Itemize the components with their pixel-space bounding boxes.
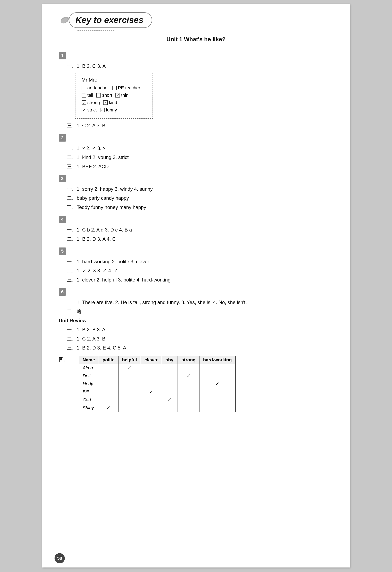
- table-cell: Dell: [79, 372, 99, 380]
- section-4-block: 4 一、1. C b 2. A d 3. D c 4. B a 二、1. B 2…: [59, 212, 333, 243]
- title-bubble: Key to exercises: [69, 12, 152, 28]
- section-5-block: 5 一、1. hard-working 2. polite 3. clever …: [59, 244, 333, 284]
- table-row: Carl✓: [79, 396, 236, 404]
- answer-table: Name polite helpful clever shy strong ha…: [79, 356, 236, 412]
- section5-part3: 三、1. clever 2. helpful 3. polite 4. hard…: [67, 276, 333, 284]
- cb-kind-label: kind: [109, 100, 117, 105]
- unit-review-part4-prefix: 四、: [59, 354, 68, 363]
- unit-review-label: Unit Review: [59, 317, 333, 324]
- section-2-block: 2 一、1. × 2. ✓ 3. × 二、1. kind 2. young 3.…: [59, 131, 333, 171]
- table-cell: [178, 380, 199, 388]
- unit-review-part2: 二、1. C 2. A 3. B: [67, 335, 333, 343]
- cb-strong: ✓ strong: [82, 100, 100, 105]
- cb-short-box: [96, 93, 101, 97]
- table-cell: [98, 364, 118, 372]
- cb-tall-label: tall: [87, 93, 93, 98]
- table-cell: [161, 364, 178, 372]
- table-cell: Shiny: [79, 404, 99, 412]
- cb-funny-box: ✓: [100, 108, 105, 112]
- section2-part1: 一、1. × 2. ✓ 3. ×: [67, 144, 333, 152]
- section-3-num: 3: [59, 175, 66, 182]
- table-cell: Carl: [79, 396, 99, 404]
- main-title: Key to exercises: [75, 15, 144, 25]
- cb-tall: tall: [82, 93, 93, 98]
- unit-review-part1: 一、1. B 2. B 3. A: [67, 326, 333, 334]
- table-cell: [199, 372, 235, 380]
- cb-strict-box: ✓: [82, 108, 86, 112]
- mr-ma-row-3: ✓ strong ✓ kind: [82, 100, 147, 105]
- table-cell: [98, 388, 118, 396]
- table-row: Bill✓: [79, 388, 236, 396]
- cb-thin: ✓ thin: [115, 93, 128, 98]
- col-name: Name: [79, 356, 99, 364]
- section5-part2: 二、1. ✓ 2. × 3. ✓ 4. ✓: [67, 267, 333, 274]
- section4-part1: 一、1. C b 2. A d 3. D c 4. B a: [67, 226, 333, 234]
- section-4-num: 4: [59, 216, 66, 223]
- unit-review-block: Unit Review 一、1. B 2. B 3. A 二、1. C 2. A…: [59, 317, 333, 414]
- section2-part3: 三、1. BEF 2. ACD: [67, 163, 333, 171]
- table-cell: ✓: [199, 380, 235, 388]
- table-cell: Hedy: [79, 380, 99, 388]
- section1-part1: 一、1. B 2. C 3. A: [67, 62, 333, 70]
- col-helpful: helpful: [118, 356, 141, 364]
- table-cell: [141, 372, 161, 380]
- table-cell: ✓: [98, 404, 118, 412]
- cb-funny-label: funny: [106, 107, 117, 113]
- mr-ma-title: Mr Ma:: [82, 77, 147, 83]
- table-cell: [141, 364, 161, 372]
- section-2-num: 2: [59, 134, 66, 142]
- table-cell: [118, 404, 141, 412]
- table-cell: Alma: [79, 364, 99, 372]
- table-cell: [178, 404, 199, 412]
- unit1-title: Unit 1 What's he like?: [59, 36, 333, 43]
- cb-strong-box: ✓: [82, 100, 86, 105]
- section-1-num: 1: [59, 52, 66, 59]
- mr-ma-row-2: tall short ✓ thin: [82, 93, 147, 98]
- section2-part2: 二、1. kind 2. young 3. strict: [67, 153, 333, 161]
- table-cell: [98, 396, 118, 404]
- col-hard-working: hard-working: [199, 356, 235, 364]
- table-cell: ✓: [141, 388, 161, 396]
- table-cell: [141, 396, 161, 404]
- cb-kind: ✓ kind: [103, 100, 117, 105]
- table-cell: [199, 364, 235, 372]
- col-shy: shy: [161, 356, 178, 364]
- page-number: 58: [54, 553, 65, 563]
- cb-thin-box: ✓: [115, 93, 120, 97]
- table-cell: [98, 372, 118, 380]
- table-cell: [118, 380, 141, 388]
- table-row: Alma✓: [79, 364, 236, 372]
- cb-short-label: short: [102, 93, 112, 98]
- mr-ma-row-4: ✓ strict ✓ funny: [82, 107, 147, 113]
- table-row: Shiny✓: [79, 404, 236, 412]
- table-cell: [98, 380, 118, 388]
- table-cell: Bill: [79, 388, 99, 396]
- cb-art-teacher-box: [82, 86, 86, 90]
- col-strong: strong: [178, 356, 199, 364]
- table-cell: [118, 388, 141, 396]
- cb-pe-teacher-label: PE teacher: [118, 85, 140, 91]
- mr-ma-box: Mr Ma: art teacher ✓ PE teacher tall: [75, 73, 153, 119]
- col-clever: clever: [141, 356, 161, 364]
- section-3-block: 3 一、1. sorry 2. happy 3. windy 4. sunny …: [59, 172, 333, 211]
- table-cell: [178, 396, 199, 404]
- section6-part2: 二、略: [67, 307, 333, 315]
- table-row: Dell✓: [79, 372, 236, 380]
- table-row: Hedy✓: [79, 380, 236, 388]
- table-cell: [161, 388, 178, 396]
- table-cell: [178, 388, 199, 396]
- cb-strict: ✓ strict: [82, 107, 97, 113]
- cb-pe-teacher-box: ✓: [112, 86, 117, 90]
- cb-strong-label: strong: [87, 100, 100, 105]
- section-6-block: 6 一、1. There are five. 2. He is tall, st…: [59, 285, 333, 316]
- table-cell: [118, 396, 141, 404]
- cb-pe-teacher: ✓ PE teacher: [112, 85, 140, 91]
- table-cell: ✓: [161, 396, 178, 404]
- table-cell: [199, 396, 235, 404]
- section3-part2: 二、baby party candy happy: [67, 194, 333, 202]
- table-cell: [118, 372, 141, 380]
- table-cell: [161, 404, 178, 412]
- section6-part1: 一、1. There are five. 2. He is tall, stro…: [67, 299, 333, 306]
- cb-short: short: [96, 93, 112, 98]
- cb-strict-label: strict: [87, 107, 97, 113]
